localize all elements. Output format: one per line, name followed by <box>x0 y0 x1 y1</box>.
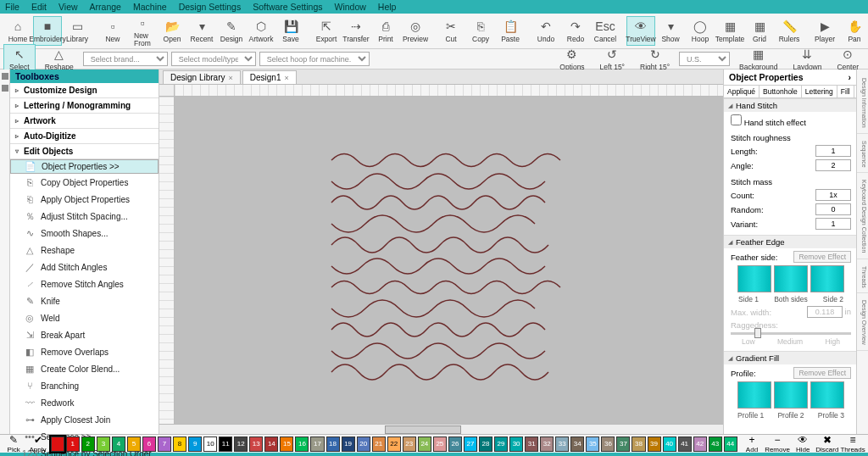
remove-button[interactable]: −Remove <box>765 434 790 453</box>
color-24[interactable]: 24 <box>418 437 431 452</box>
select-1[interactable]: Select model/type... <box>171 52 256 66</box>
color-13[interactable]: 13 <box>249 437 263 452</box>
color-18[interactable]: 18 <box>326 437 340 452</box>
color-14[interactable]: 14 <box>264 437 278 452</box>
ptab-lettering[interactable]: Lettering <box>802 86 837 97</box>
export-button[interactable]: ⇱Export <box>312 16 341 46</box>
feather-side1-swatch[interactable] <box>737 265 771 292</box>
side-smooth-shapes-[interactable]: ∿Smooth Shapes... <box>10 225 159 242</box>
color-26[interactable]: 26 <box>448 437 462 452</box>
side-adjust-stitch-spacing-[interactable]: ％Adjust Stitch Spacing... <box>10 208 159 225</box>
color-23[interactable]: 23 <box>403 437 416 452</box>
select-2[interactable]: Select hoop for machine... <box>259 52 370 66</box>
acc-lettering-monogramming[interactable]: Lettering / Monogramming <box>10 98 159 114</box>
color-39[interactable]: 39 <box>648 437 661 452</box>
feather-both-swatch[interactable] <box>774 265 808 292</box>
color-30[interactable]: 30 <box>509 437 523 452</box>
print-button[interactable]: ⎙Print <box>371 16 400 46</box>
side-apply-object-properties[interactable]: ⎗Apply Object Properties <box>10 191 159 208</box>
player-button[interactable]: ▶Player <box>810 16 839 46</box>
color-12[interactable]: 12 <box>234 437 248 452</box>
hoop-button[interactable]: ◯Hoop <box>686 16 715 46</box>
color-9[interactable]: 9 <box>188 437 202 452</box>
color-6[interactable]: 6 <box>142 437 156 452</box>
color-1[interactable]: 1 <box>66 437 80 452</box>
color-20[interactable]: 20 <box>357 437 370 452</box>
units-select[interactable]: U.S. <box>679 52 730 66</box>
angle-input[interactable] <box>815 159 851 171</box>
count-input[interactable] <box>815 189 851 201</box>
variant-input[interactable] <box>815 218 851 230</box>
pick-button[interactable]: ✎Pick <box>3 434 25 453</box>
grid-button[interactable]: ▦Grid <box>745 16 774 46</box>
random-input[interactable] <box>815 203 851 215</box>
color-34[interactable]: 34 <box>570 437 584 452</box>
color-10[interactable]: 10 <box>203 437 217 452</box>
discard-button[interactable]: ✖Discard <box>815 434 838 453</box>
feather-remove-button[interactable]: Remove Effect <box>793 251 851 263</box>
color-29[interactable]: 29 <box>494 437 508 452</box>
section-gradient-fill[interactable]: Gradient Fill <box>724 351 856 364</box>
template-button[interactable]: ▦Template <box>715 16 744 46</box>
new-from-button[interactable]: ▫New From <box>128 13 157 49</box>
show-button[interactable]: ▾Show <box>656 16 685 46</box>
library-button[interactable]: ▭Library <box>63 16 92 46</box>
workspace[interactable] <box>175 97 723 424</box>
side-remove-overlaps[interactable]: ◧Remove Overlaps <box>10 343 159 360</box>
acc-customize-design[interactable]: Customize Design <box>10 83 159 98</box>
close-icon[interactable]: × <box>228 74 232 82</box>
add-button[interactable]: +Add <box>741 434 763 453</box>
color-28[interactable]: 28 <box>479 437 492 452</box>
undo-button[interactable]: ↶Undo <box>531 16 560 46</box>
copy-button[interactable]: ⎘Copy <box>466 16 495 46</box>
menu-window[interactable]: Window <box>335 2 366 12</box>
acc-edit-objects[interactable]: Edit Objects <box>10 144 159 159</box>
menu-help[interactable]: Help <box>378 2 397 12</box>
transfer-button[interactable]: ⇢Transfer <box>342 16 370 46</box>
side-copy-object-properties[interactable]: ⎘Copy Object Properties <box>10 174 159 191</box>
trueview-button[interactable]: 👁TrueView <box>626 16 655 46</box>
gradient-remove-button[interactable]: Remove Effect <box>793 367 851 379</box>
side-apply-closest-join[interactable]: ⊶Apply Closest Join <box>10 411 159 428</box>
color-4[interactable]: 4 <box>112 437 125 452</box>
color-2[interactable]: 2 <box>81 437 95 452</box>
select-0[interactable]: Select brand... <box>83 52 168 66</box>
menu-machine[interactable]: Machine <box>133 2 167 12</box>
ptab-buttonhole[interactable]: Buttonhole <box>760 86 802 97</box>
color-32[interactable]: 32 <box>540 437 554 452</box>
color-36[interactable]: 36 <box>601 437 615 452</box>
acc-artwork[interactable]: Artwork <box>10 114 159 129</box>
side-add-stitch-angles[interactable]: ／Add Stitch Angles <box>10 259 159 275</box>
dock-design-information[interactable]: Design Information <box>857 73 868 134</box>
side-remove-stitch-angles[interactable]: ⟋Remove Stitch Angles <box>10 275 159 292</box>
color-44[interactable]: 44 <box>724 437 737 452</box>
menu-arrange[interactable]: Arrange <box>90 2 121 12</box>
color-22[interactable]: 22 <box>387 437 401 452</box>
preview-button[interactable]: ◎Preview <box>401 16 430 46</box>
color-17[interactable]: 17 <box>310 437 324 452</box>
menu-file[interactable]: File <box>5 2 19 12</box>
ptab-fill[interactable]: Fill <box>837 86 854 97</box>
color-31[interactable]: 31 <box>525 437 538 452</box>
artwork-button[interactable]: ⬡Artwork <box>247 16 275 46</box>
color-15[interactable]: 15 <box>280 437 293 452</box>
color-41[interactable]: 41 <box>678 437 692 452</box>
color-3[interactable]: 3 <box>97 437 110 452</box>
redo-button[interactable]: ↷Redo <box>561 16 590 46</box>
maxwidth-input[interactable] <box>807 306 843 318</box>
profile3-swatch[interactable] <box>810 381 844 409</box>
menu-software-settings[interactable]: Software Settings <box>253 2 322 12</box>
color-19[interactable]: 19 <box>342 437 355 452</box>
color-40[interactable]: 40 <box>663 437 676 452</box>
dock-design-overview[interactable]: Design Overview <box>857 295 868 351</box>
pin-icon[interactable]: › <box>849 72 852 82</box>
hand-stitch-effect-checkbox[interactable]: Hand stitch effect <box>731 114 851 127</box>
profile1-swatch[interactable] <box>737 381 771 409</box>
apply-button[interactable]: ✔Apply <box>26 434 48 453</box>
color-27[interactable]: 27 <box>464 437 477 452</box>
color-25[interactable]: 25 <box>433 437 447 452</box>
design-stipple[interactable] <box>327 147 565 385</box>
current-color[interactable] <box>51 437 64 452</box>
feather-side2-swatch[interactable] <box>810 265 844 292</box>
dock-threads[interactable]: Threads <box>857 261 868 294</box>
